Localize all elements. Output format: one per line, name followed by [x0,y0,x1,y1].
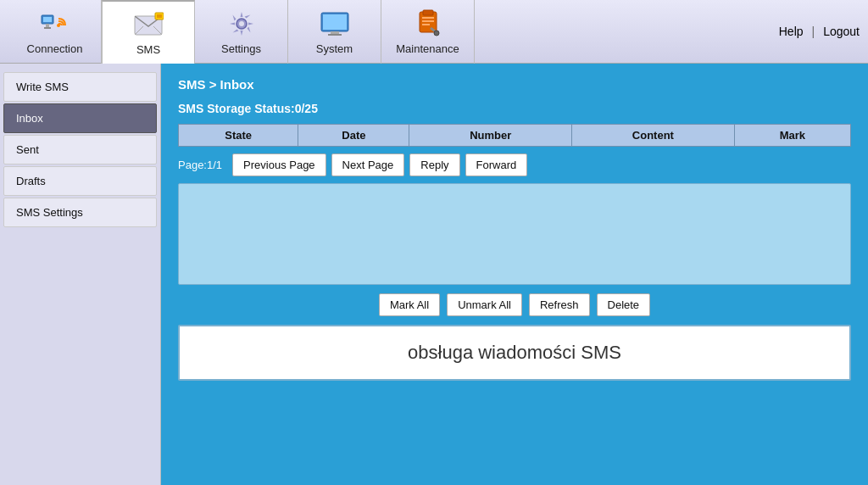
main-layout: Write SMS Inbox Sent Drafts SMS Settings… [0,64,868,485]
settings-icon [226,8,257,39]
svg-rect-8 [155,13,164,20]
pagination-row: Page:1/1 Previous Page Next Page Reply F… [178,153,851,176]
svg-rect-20 [422,20,434,22]
sms-table: State Date Number Content Mark [178,124,851,147]
svg-point-22 [434,31,439,36]
svg-rect-16 [328,34,342,36]
next-page-button[interactable]: Next Page [331,153,405,176]
sidebar-item-inbox[interactable]: Inbox [3,103,157,133]
mark-all-button[interactable]: Mark All [379,293,440,316]
prev-page-button[interactable]: Previous Page [232,153,326,176]
svg-point-4 [57,24,60,27]
sidebar-item-drafts[interactable]: Drafts [3,166,157,196]
col-state: State [179,125,298,147]
col-number: Number [409,125,572,147]
nav-settings[interactable]: Settings [195,0,288,64]
col-date: Date [298,125,409,147]
svg-rect-2 [46,24,49,27]
system-icon [320,8,350,39]
message-display-area [178,183,851,285]
nav-settings-label: Settings [221,42,261,55]
svg-point-12 [239,21,244,26]
bottom-buttons: Mark All Unmark All Refresh Delete [178,293,851,316]
nav-connection-label: Connection [27,42,83,55]
svg-rect-3 [44,27,51,29]
nav-sms[interactable]: SMS [102,0,195,64]
breadcrumb: SMS > Inbox [178,77,851,92]
delete-button[interactable]: Delete [597,293,651,316]
svg-rect-19 [422,17,434,19]
sms-icon [133,9,164,40]
nav-connection[interactable]: Connection [8,0,102,64]
unmark-all-button[interactable]: Unmark All [447,293,522,316]
maintenance-icon [413,8,443,39]
sidebar-item-sms-settings[interactable]: SMS Settings [3,198,157,227]
nav-system-label: System [316,42,353,55]
top-navigation: Connection SMS Settings [0,0,868,64]
sidebar-item-write-sms[interactable]: Write SMS [3,72,157,102]
svg-rect-14 [323,14,347,30]
sidebar: Write SMS Inbox Sent Drafts SMS Settings [0,64,161,485]
page-info: Page:1/1 [178,159,222,171]
reply-button[interactable]: Reply [409,153,459,176]
forward-button[interactable]: Forward [465,153,528,176]
col-content: Content [572,125,735,147]
help-link[interactable]: Help [779,25,804,38]
nav-maintenance-label: Maintenance [396,42,459,55]
svg-rect-21 [422,24,430,25]
logout-link[interactable]: Logout [823,25,860,38]
col-mark: Mark [734,125,850,147]
nav-sms-label: SMS [136,43,160,56]
storage-status: SMS Storage Status:0/25 [178,102,851,115]
bottom-banner: obsługa wiadomości SMS [178,325,851,381]
refresh-button[interactable]: Refresh [529,293,590,316]
nav-system[interactable]: System [288,0,381,64]
svg-rect-1 [43,17,52,22]
connection-icon [40,8,70,39]
nav-maintenance[interactable]: Maintenance [381,0,475,64]
nav-right-links: Help | Logout [779,25,860,38]
svg-rect-15 [331,31,339,34]
svg-rect-18 [423,10,433,15]
nav-separator: | [812,25,815,38]
content-area: SMS > Inbox SMS Storage Status:0/25 Stat… [161,64,868,485]
banner-text: obsługa wiadomości SMS [408,342,621,363]
sidebar-item-sent[interactable]: Sent [3,135,157,164]
